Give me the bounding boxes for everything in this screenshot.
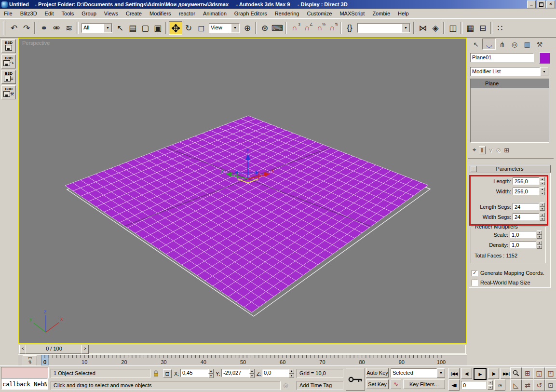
spinner-down-icon[interactable]: ▼ [289,374,294,378]
make-unique-icon[interactable]: ⋎ [488,147,493,154]
named-selection-sets-button[interactable]: {} [343,22,356,34]
rectangular-selection-region-button[interactable]: ▢ [139,22,151,34]
select-and-rotate-button[interactable]: ↻ [182,22,195,34]
y-coord-field[interactable]: -29,027 [221,369,249,377]
pan-button[interactable]: ⇄ [522,379,533,391]
minimize-button[interactable]: _ [527,0,536,8]
menu-group[interactable]: Group [78,9,100,18]
spinner-up-icon[interactable]: ▲ [289,369,294,374]
remove-modifier-icon[interactable]: ⊘ [496,147,501,154]
key-filters-button[interactable]: Key Filters... [403,379,445,389]
menu-zombie[interactable]: Zombie [368,9,394,18]
render-multiplier-spinner[interactable]: ▲▼ [537,230,542,239]
zoom-extents-all-button[interactable]: ◰ [545,367,556,379]
menu-help[interactable]: Help [394,9,413,18]
key-filter-dropdown[interactable]: Selected ▼ [391,368,445,378]
restore-button[interactable] [537,0,545,8]
spinner-down-icon[interactable]: ▼ [249,374,255,378]
bind-to-space-warp-button[interactable]: ≋ [63,22,75,34]
undo-button[interactable]: ↶ [8,22,20,34]
menu-blitz3d[interactable]: Blitz3D [16,9,41,18]
menu-graph-editors[interactable]: Graph Editors [231,9,271,18]
menu-animation[interactable]: Animation [199,9,231,18]
current-frame-field[interactable]: 0 [461,381,486,389]
named-selection-dropdown[interactable]: ▼ [357,23,410,33]
set-keys-button[interactable] [346,368,365,391]
arc-rotate-button[interactable]: ↺ [533,379,545,391]
object-name-field[interactable]: Plane01 [470,53,534,62]
min-max-toggle-button[interactable]: ⊡ [545,379,556,391]
percent-snap-button[interactable]: ∩% [313,22,326,34]
set-key-button[interactable]: Set Key [366,379,389,389]
viewport-canvas[interactable]: zxyzyx [19,39,466,344]
time-configuration-button[interactable]: ◷ [494,379,505,391]
zoom-extents-button[interactable]: ◱ [533,367,545,379]
dropdown-arrow-icon[interactable]: ▼ [231,24,239,32]
absolute-mode-toggle-button[interactable]: ⊡ [163,369,172,378]
select-and-scale-button[interactable]: ◻ [195,22,207,34]
b3d-save-button[interactable]: B3D [1,39,16,53]
add-time-tag[interactable]: Add Time Tag [297,381,343,390]
snap-toggle-3d-button[interactable]: ∩3 [288,22,301,34]
time-slider-handle[interactable]: 0 / 100 [26,345,82,354]
plane-object[interactable]: zxyzyx [19,39,466,343]
tab-display[interactable]: ▥ [521,39,533,49]
stack-item-plane[interactable]: Plane [471,79,549,88]
key-mode-toggle-button[interactable]: ◀▮ [448,379,460,391]
x-coord-spinner[interactable]: ▲▼ [208,369,214,378]
z-coord-field[interactable]: 0,0 [262,369,289,377]
select-by-name-button[interactable]: ▤ [126,22,139,34]
menu-modifiers[interactable]: Modifiers [146,9,175,18]
track-bar[interactable]: ▭⇅ 01020304050607080901000 [18,354,467,366]
tab-motion[interactable]: ◎ [508,39,521,49]
tab-modify[interactable]: ◡ [482,39,496,50]
y-coord-spinner[interactable]: ▲▼ [249,369,255,378]
menu-views[interactable]: Views [100,9,122,18]
redo-button[interactable]: ↷ [20,22,33,34]
material-editor-button[interactable]: ∷ [494,22,506,34]
selection-lock-icon[interactable] [153,370,159,378]
checkbox-checked[interactable]: ✓ [472,270,478,276]
show-end-result-icon[interactable]: ‖ [479,146,485,154]
spinner-down-icon[interactable]: ▼ [537,235,542,239]
configure-modifier-sets-icon[interactable]: ⊞ [504,147,509,154]
spinner-up-icon[interactable]: ▲ [249,369,255,374]
spinner-snap-button[interactable]: ∩⇅ [326,22,339,34]
curve-editor-button[interactable]: ▦ [464,22,476,34]
spinner-down-icon[interactable]: ▼ [208,374,214,378]
tab-create[interactable]: ↖ [470,39,482,49]
x-coord-field[interactable]: 0,45 [180,369,208,377]
go-to-start-button[interactable]: |◀◀ [448,368,460,379]
field-of-view-button[interactable]: ◺ [510,379,522,391]
perspective-viewport[interactable]: zxyzyx Perspective [18,38,467,344]
menu-rendering[interactable]: Rendering [271,9,303,18]
modifier-list-dropdown[interactable]: Modifier List ▼ [470,67,548,76]
select-and-link-button[interactable]: ⚭ [38,22,50,34]
menu-file[interactable]: File [0,9,16,18]
dropdown-arrow-icon[interactable]: ▼ [540,67,548,76]
spinner-up-icon[interactable]: ▲ [488,380,493,385]
rollout-collapse-icon[interactable]: - [471,166,477,172]
zoom-button[interactable] [510,367,522,379]
tab-utilities[interactable]: ⚒ [533,39,546,49]
manage-layers-button[interactable]: ◫ [447,22,459,34]
dropdown-arrow-icon[interactable]: ▼ [402,24,410,32]
use-pivot-point-center-button[interactable]: ⊕ [241,22,254,34]
keyboard-shortcut-override-button[interactable]: ⌨ [271,22,284,34]
b3d-export-button[interactable]: B3D↷ [1,54,16,68]
window-crossing-button[interactable]: ▣ [151,22,164,34]
tab-hierarchy[interactable]: ⋔ [496,39,508,49]
dropdown-arrow-icon[interactable]: ▼ [437,368,445,378]
modifier-stack-list[interactable]: Plane [470,79,549,143]
select-and-manipulate-button[interactable]: ⊛ [258,22,271,34]
selection-filter-dropdown[interactable]: All▼ [81,23,112,33]
reference-coordinate-system-dropdown[interactable]: View▼ [209,23,240,33]
spinner-down-icon[interactable]: ▼ [488,385,493,390]
select-and-move-button[interactable] [169,21,182,35]
render-multiplier-spinner[interactable]: ▲▼ [537,241,542,249]
spinner-up-icon[interactable]: ▲ [537,241,542,245]
menu-maxscript[interactable]: MAXScript [336,9,368,18]
previous-frame-button[interactable]: ◀| [461,368,472,379]
schematic-view-button[interactable]: ⊟ [476,22,489,34]
parameters-rollout-header[interactable]: - Parameters [469,165,551,173]
